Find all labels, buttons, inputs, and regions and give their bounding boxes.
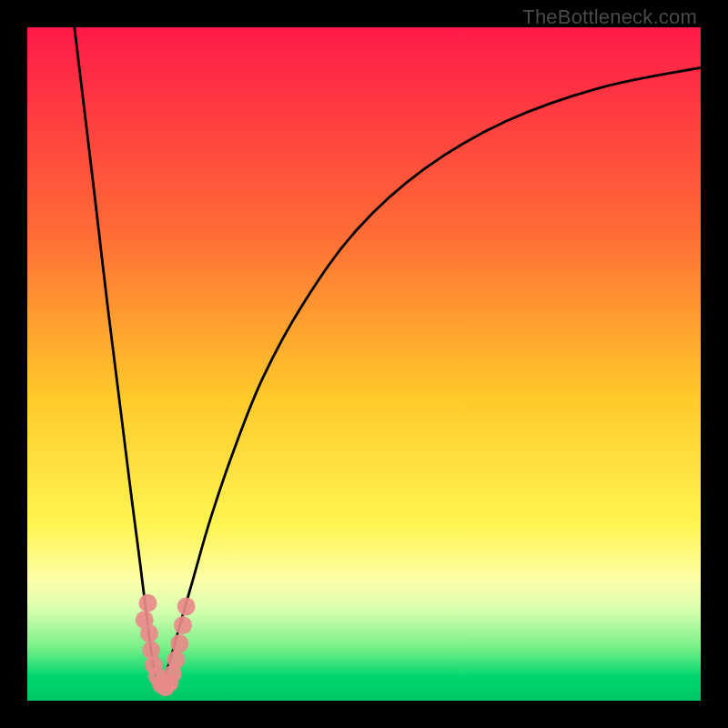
plot-area	[27, 27, 701, 701]
chart-frame: TheBottleneck.com	[0, 0, 728, 728]
marker-dot	[174, 616, 192, 634]
curves-layer	[27, 27, 701, 701]
right-curve	[159, 67, 701, 691]
marker-dot	[177, 597, 196, 615]
marker-dot	[170, 634, 188, 652]
watermark-text: TheBottleneck.com	[522, 5, 697, 29]
marker-dot	[138, 594, 157, 612]
left-curve	[75, 27, 159, 691]
marker-dot	[140, 624, 158, 642]
marker-cluster	[136, 594, 196, 697]
marker-dot	[167, 651, 186, 669]
